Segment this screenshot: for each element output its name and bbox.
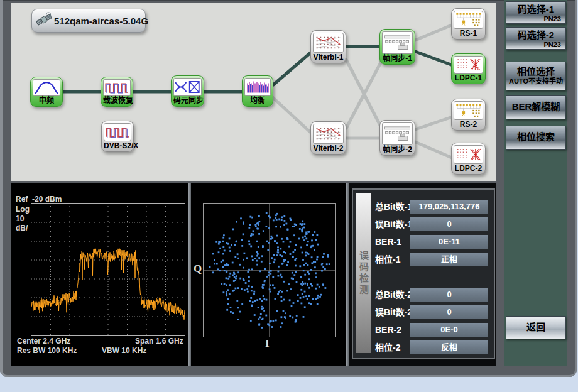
square-wave-icon: [103, 79, 131, 96]
rs-decoder-icon: [454, 101, 483, 120]
i-axis-label: I: [265, 337, 270, 350]
block-carrier-recovery[interactable]: 载波恢复: [101, 77, 133, 107]
signal-chain-panel: 512qam-aircas-5.04G 中频 载波恢复 码元同步: [11, 3, 496, 181]
trellis-icon: [313, 33, 344, 53]
title-badge-label: 512qam-aircas-5.04G: [54, 16, 148, 26]
sidebar-button-ber-disambiguation[interactable]: BER解模糊: [506, 95, 566, 119]
constellation-plot: [203, 203, 336, 337]
spectrum-log-label: Log: [16, 205, 30, 214]
sidebar-button-code-select-1[interactable]: 码选择-1 PN23: [506, 1, 566, 24]
phase-1-label: 相位-1: [375, 253, 400, 266]
ber-2-value: 0E-0: [410, 323, 488, 337]
trellis-icon: [313, 124, 344, 144]
spectrum-plot: [31, 203, 185, 336]
spectrum-span-label: Span 1.6 GHz: [135, 337, 183, 346]
block-ldpc-1[interactable]: LDPC-1: [451, 53, 486, 84]
ber-panel: 误码检测 总Bit数-1 179,025,113,776 误Bit数-1 0 B…: [349, 183, 496, 366]
ber-1-value: 0E-11: [410, 235, 488, 249]
error-bits-2-value: 0: [410, 305, 488, 319]
total-bits-1-value: 179,025,113,776: [410, 200, 488, 214]
block-viterbi-1[interactable]: Viterbi-1: [310, 30, 346, 63]
spectrum-ref-label: Ref -20 dBm: [16, 195, 62, 204]
sidebar-button-phase-search[interactable]: 相位搜索: [506, 126, 566, 150]
q-axis-label: Q: [194, 263, 202, 275]
ldpc-graph-icon: [454, 145, 483, 164]
frame-structure-icon: [382, 122, 413, 145]
rs-decoder-icon: [454, 11, 483, 29]
constellation-panel: Q I: [191, 183, 346, 366]
block-dvb-s2x[interactable]: DVB-S2/X: [101, 121, 134, 152]
spectrum-bars-icon: [244, 78, 271, 96]
total-bits-2-value: 0: [410, 288, 488, 302]
block-if[interactable]: 中频: [30, 77, 63, 107]
sidebar: 码选择-1 PN23 码选择-2 PN23 相位选择 AUTO不支持手动 BER…: [504, 0, 567, 366]
block-viterbi-2[interactable]: Viterbi-2: [310, 121, 346, 155]
ber-1-label: BER-1: [375, 235, 401, 249]
bandpass-curve-icon: [33, 79, 60, 96]
spectrum-scale-label: 10: [16, 214, 24, 223]
error-bits-2-label: 误Bit数-2: [375, 305, 412, 319]
error-bits-1-label: 误Bit数-1: [375, 217, 412, 231]
total-bits-2-label: 总Bit数-2: [375, 288, 412, 302]
sidebar-button-phase-select[interactable]: 相位选择 AUTO不支持手动: [506, 62, 566, 90]
total-bits-1-label: 总Bit数-1: [375, 200, 412, 214]
ber-panel-side-title: 误码检测: [356, 193, 371, 353]
ber-2-label: BER-2: [375, 323, 401, 337]
error-bits-1-value: 0: [410, 217, 488, 231]
phase-2-value: 反相: [410, 340, 488, 354]
block-frame-sync-2[interactable]: 帧同步-2: [379, 120, 415, 156]
spectrum-rbw-label: Res BW 100 KHz: [17, 346, 77, 355]
block-rs-2[interactable]: RS-2: [451, 99, 486, 131]
sidebar-button-code-select-2[interactable]: 码选择-2 PN23: [506, 27, 566, 50]
spectrum-center-label: Center 2.4 GHz: [17, 337, 70, 346]
eye-diagram-icon: [173, 78, 202, 96]
block-ldpc-2[interactable]: LDPC-2: [451, 143, 486, 175]
title-badge[interactable]: 512qam-aircas-5.04G: [31, 9, 146, 33]
block-frame-sync-1[interactable]: 帧同步-1: [379, 29, 415, 65]
frame-structure-icon: [382, 31, 413, 54]
spectrum-perdiv-label: dB/: [16, 224, 28, 232]
square-wave-icon: [104, 123, 131, 141]
phase-1-value: 正相: [410, 253, 488, 266]
sidebar-button-back[interactable]: 返回: [506, 316, 566, 339]
spectrum-vbw-label: VBW 10 KHz: [102, 346, 146, 355]
block-symbol-sync[interactable]: 码元同步: [171, 75, 204, 107]
satellite-icon: [36, 11, 52, 30]
block-equalizer[interactable]: 均衡: [242, 75, 273, 107]
phase-2-label: 相位-2: [375, 340, 400, 354]
ldpc-graph-icon: [454, 56, 483, 74]
app-root: 512qam-aircas-5.04G 中频 载波恢复 码元同步: [0, 0, 578, 392]
spectrum-panel: Ref -20 dBm Log 10 dB/ Center 2.4 GHz Sp…: [11, 183, 188, 366]
block-rs-1[interactable]: RS-1: [451, 8, 486, 40]
